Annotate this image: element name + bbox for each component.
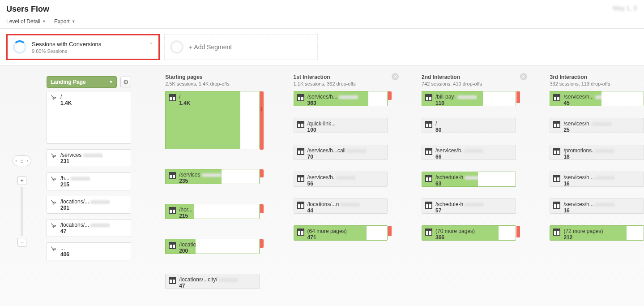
- flow-canvas[interactable]: ‹ ⌂ › + − Landing Page▼⚙/1.4K/services 2…: [0, 66, 644, 306]
- source-column: Landing Page▼⚙/1.4K/services 231/h... 21…: [47, 74, 131, 266]
- step-title: 1st Interaction: [294, 74, 388, 80]
- zoom-in-button[interactable]: +: [17, 176, 26, 185]
- source-icon: [50, 222, 57, 229]
- flow-node[interactable]: /services/h. 56: [294, 172, 388, 187]
- step-subtitle: 742 sessions, 410 drop-offs: [422, 81, 516, 86]
- page-icon: [553, 202, 560, 209]
- page-icon: [553, 175, 560, 182]
- flow-node[interactable]: /locations/...n 44: [294, 198, 388, 214]
- step-title: 3rd Interaction: [550, 74, 644, 80]
- flow-node[interactable]: /services/h...call 70: [294, 145, 388, 160]
- flow-node[interactable]: /hor... 215: [165, 204, 260, 219]
- segment-donut-ghost-icon: [170, 40, 183, 54]
- page-root: Users Flow May 1, 3 Level of Detail ▼ Ex…: [0, 0, 644, 306]
- page-header: Users Flow May 1, 3: [0, 0, 644, 16]
- step-title: 2nd Interaction: [422, 74, 516, 80]
- caret-down-icon: ▼: [42, 19, 46, 24]
- source-node[interactable]: /locations/... 201: [47, 196, 131, 214]
- step-subtitle: 1.1K sessions, 362 drop-offs: [294, 81, 388, 86]
- flow-node[interactable]: /1.4K: [165, 91, 260, 149]
- flow-node[interactable]: /services/h. 25: [550, 118, 644, 133]
- report-toolbar: Level of Detail ▼ Export ▼: [0, 16, 644, 29]
- add-segment-label: + Add Segment: [189, 43, 232, 51]
- page-icon: [297, 175, 304, 182]
- flow-node[interactable]: /80: [422, 118, 516, 133]
- gear-icon[interactable]: ⚙: [120, 77, 131, 87]
- segment-card-active[interactable]: Sessions with Conversions 9.60% Sessions…: [6, 34, 160, 60]
- page-icon: [425, 228, 432, 236]
- source-node[interactable]: /h... 215: [47, 172, 131, 190]
- flow-node[interactable]: (70 more pages)366: [422, 225, 516, 241]
- flow-node[interactable]: /services/h... 45: [550, 91, 644, 106]
- page-icon: [297, 202, 304, 209]
- date-range[interactable]: May 1, 3: [613, 4, 637, 12]
- page-icon: [297, 228, 304, 236]
- page-icon: [553, 121, 560, 128]
- flow-node[interactable]: /services/h. 66: [422, 145, 516, 160]
- flow-node[interactable]: /locations/...city/ 47: [165, 274, 260, 289]
- flow-node[interactable]: /services/h... 363: [294, 91, 388, 106]
- chevron-down-icon[interactable]: ⌄: [149, 38, 154, 45]
- source-icon: [50, 94, 57, 101]
- source-node[interactable]: /locations/... 47: [47, 219, 131, 237]
- flow-node[interactable]: /locations/... 200: [165, 239, 260, 254]
- page-icon: [169, 277, 176, 284]
- close-icon[interactable]: ✕: [392, 73, 399, 80]
- page-icon: [553, 228, 560, 236]
- step-column: 2nd Interaction742 sessions, 410 drop-of…: [422, 74, 516, 246]
- flow-node[interactable]: /services 235: [165, 169, 260, 184]
- add-segment-card[interactable]: + Add Segment: [164, 34, 318, 60]
- nav-pill[interactable]: ‹ ⌂ ›: [13, 155, 31, 166]
- caret-down-icon: ▼: [72, 19, 76, 24]
- step-column: 3rd Interaction332 sessions, 113 drop-of…: [550, 74, 644, 246]
- close-icon[interactable]: ✕: [520, 73, 527, 80]
- flow-node[interactable]: (72 more pages)212: [550, 225, 644, 241]
- flow-nav-controls: ‹ ⌂ › + −: [13, 155, 31, 247]
- chevron-left-icon[interactable]: ‹: [15, 158, 17, 164]
- step-subtitle: 332 sessions, 113 drop-offs: [550, 81, 644, 86]
- caret-down-icon: ▼: [109, 80, 113, 84]
- page-icon: [425, 148, 432, 155]
- dimension-select[interactable]: Landing Page▼: [47, 76, 117, 88]
- page-icon: [169, 172, 176, 179]
- source-icon: [50, 176, 57, 183]
- flow-node[interactable]: /quick-link...100: [294, 118, 388, 133]
- step-subtitle: 2.5K sessions, 1.4K drop-offs: [165, 81, 260, 86]
- chevron-right-icon[interactable]: ›: [27, 158, 29, 164]
- segment-title: Sessions with Conversions: [32, 41, 101, 47]
- page-icon: [553, 94, 560, 101]
- home-icon[interactable]: ⌂: [20, 158, 23, 164]
- source-icon: [50, 246, 57, 253]
- segment-subtitle: 9.60% Sessions: [32, 48, 101, 54]
- flow-node[interactable]: /schedule-h 63: [422, 172, 516, 187]
- step-title: Starting pages: [165, 74, 260, 80]
- source-icon: [50, 199, 57, 206]
- flow-node[interactable]: /schedule-h 57: [422, 198, 516, 214]
- source-node[interactable]: /1.4K: [47, 91, 131, 144]
- source-node[interactable]: /services 231: [47, 149, 131, 167]
- segments-row: Sessions with Conversions 9.60% Sessions…: [0, 29, 644, 66]
- flow-node[interactable]: /services/h... 16: [550, 172, 644, 187]
- flow-node[interactable]: /bill-pay- 110: [422, 91, 516, 106]
- source-icon: [50, 152, 57, 159]
- page-icon: [169, 207, 176, 214]
- source-node[interactable]: ...406: [47, 242, 131, 260]
- step-column: 1st Interaction1.1K sessions, 362 drop-o…: [294, 74, 388, 246]
- flow-node[interactable]: (64 more pages)471: [294, 225, 388, 241]
- page-icon: [425, 202, 432, 209]
- flow-node[interactable]: /promotions. 18: [550, 145, 644, 160]
- export-menu[interactable]: Export ▼: [54, 18, 76, 25]
- flow-columns: Landing Page▼⚙/1.4K/services 231/h... 21…: [0, 74, 644, 306]
- segment-donut-icon: [13, 40, 26, 54]
- page-icon: [425, 121, 432, 128]
- page-icon: [297, 148, 304, 155]
- flow-node[interactable]: /services/h... 16: [550, 198, 644, 214]
- page-icon: [297, 121, 304, 128]
- page-icon: [553, 148, 560, 155]
- zoom-out-button[interactable]: −: [17, 238, 26, 247]
- page-title: Users Flow: [6, 4, 638, 14]
- page-icon: [169, 94, 176, 101]
- zoom-slider[interactable]: [21, 187, 23, 236]
- page-icon: [425, 94, 432, 101]
- level-of-detail-menu[interactable]: Level of Detail ▼: [6, 18, 46, 25]
